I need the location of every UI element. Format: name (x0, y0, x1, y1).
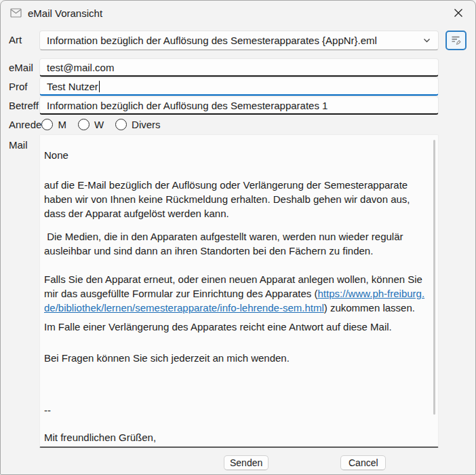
email-value: test@mail.com (47, 62, 114, 73)
anrede-row: Anrede M W Divers (9, 117, 475, 132)
mail-text: auf die E-Mail bezüglich der Auflösung o… (44, 179, 413, 219)
betreff-input[interactable]: Information bezüglich der Auflösung des … (39, 96, 439, 115)
anrede-radio-group: M W Divers (41, 119, 172, 130)
anrede-label: Anrede (9, 119, 41, 130)
window-title: eMail Voransicht (28, 7, 102, 19)
prof-row: Prof Test Nutzer (9, 77, 475, 96)
mail-paragraph: Bei Fragen können Sie sich jederzeit an … (44, 351, 427, 365)
mail-paragraph: Im Falle einer Verlängerung des Apparate… (44, 320, 427, 334)
cancel-button[interactable]: Cancel (340, 455, 386, 470)
edit-list-icon (450, 35, 462, 46)
mail-paragraph: None (44, 148, 427, 162)
art-row: Art Information bezüglich der Auflösung … (9, 31, 475, 50)
mail-text: Im Falle einer Verlängerung des Apparate… (44, 321, 392, 332)
mail-label: Mail (9, 134, 39, 151)
radio-m[interactable] (41, 119, 53, 130)
radio-w[interactable] (78, 119, 90, 130)
prof-label: Prof (9, 77, 39, 92)
mail-scrollbar[interactable] (433, 140, 435, 415)
mail-paragraph: -- (44, 403, 427, 417)
email-row: eMail test@mail.com (9, 58, 475, 77)
close-button[interactable] (448, 4, 469, 22)
mail-text: Die Medien, die in den Apparaten aufgest… (44, 231, 406, 256)
art-label: Art (9, 31, 39, 45)
text-caret (99, 81, 100, 92)
mail-body[interactable]: Noneauf die E-Mail bezüglich der Auflösu… (39, 134, 439, 448)
footer: Senden Cancel (9, 455, 475, 470)
prof-value: Test Nutzer (47, 81, 98, 92)
titlebar: eMail Voransicht (1, 1, 475, 25)
email-form: Art Information bezüglich der Auflösung … (1, 31, 475, 470)
mail-text: Mit freundlichen Grüßen, (44, 432, 156, 443)
radio-divers[interactable] (115, 119, 127, 130)
mail-text: ) zukommen lassen. (324, 302, 415, 314)
envelope-icon (10, 8, 22, 18)
email-preview-window: { "window": { "title": "eMail Voransicht… (0, 0, 476, 475)
radio-w-label: W (94, 119, 104, 130)
email-input[interactable]: test@mail.com (39, 58, 439, 77)
mail-paragraph: auf die E-Mail bezüglich der Auflösung o… (44, 178, 427, 221)
edit-template-button[interactable] (445, 31, 467, 50)
betreff-value: Information bezüglich der Auflösung des … (47, 100, 328, 111)
betreff-row: Betreff Information bezüglich der Auflös… (9, 96, 475, 115)
betreff-label: Betreff (9, 96, 39, 111)
mail-paragraph: Mit freundlichen Grüßen, (44, 430, 427, 444)
art-template-dropdown[interactable]: Information bezüglich der Auflösung des … (39, 31, 439, 50)
chevron-down-icon (422, 36, 431, 45)
art-template-value: Information bezüglich der Auflösung des … (47, 35, 417, 46)
radio-m-label: M (58, 119, 66, 130)
mail-text: None (44, 149, 68, 161)
mail-text: Bei Fragen können Sie sich jederzeit an … (44, 352, 290, 364)
mail-text: -- (44, 404, 51, 416)
mail-row: Mail Noneauf die E-Mail bezüglich der Au… (9, 134, 475, 448)
email-label: eMail (9, 58, 39, 73)
mail-paragraph: Falls Sie den Apparat erneut, oder einen… (44, 272, 427, 315)
prof-input[interactable]: Test Nutzer (39, 77, 439, 96)
send-button[interactable]: Senden (224, 455, 269, 470)
mail-paragraph: Die Medien, die in den Apparaten aufgest… (44, 229, 427, 258)
radio-divers-label: Divers (132, 119, 161, 130)
close-icon (454, 8, 463, 18)
